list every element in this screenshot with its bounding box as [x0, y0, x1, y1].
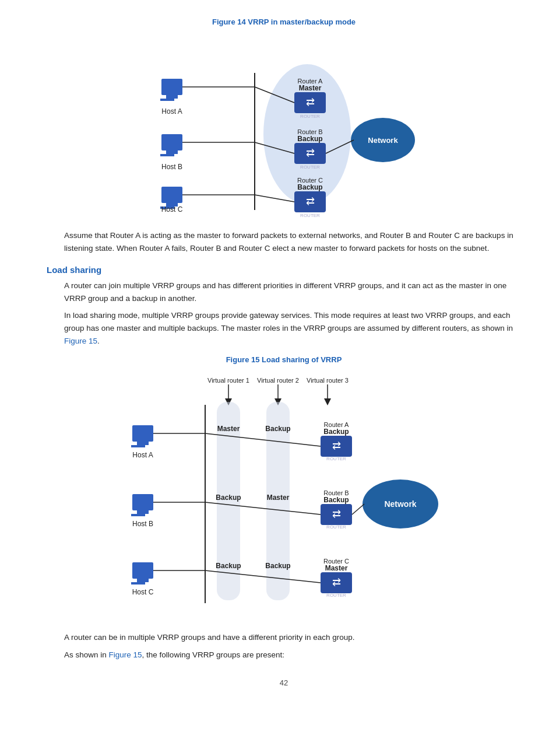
load-sharing-para2: In load sharing mode, multiple VRRP grou… [64, 309, 521, 347]
svg-text:Host A: Host A [161, 107, 182, 116]
svg-rect-77 [137, 579, 149, 582]
svg-text:Backup: Backup [297, 135, 322, 143]
svg-rect-78 [131, 582, 145, 584]
svg-rect-8 [166, 150, 178, 154]
body-text-3: As shown in Figure 15, the following VRR… [64, 649, 521, 662]
svg-rect-9 [160, 154, 174, 156]
figure14-title: Figure 14 VRRP in master/backup mode [47, 18, 521, 26]
svg-rect-49 [132, 425, 153, 442]
page-number: 42 [47, 678, 521, 687]
svg-text:Backup: Backup [216, 562, 241, 570]
svg-text:Host B: Host B [161, 163, 182, 171]
svg-text:Host C: Host C [161, 205, 183, 214]
svg-rect-50 [137, 442, 149, 445]
svg-rect-63 [137, 510, 149, 514]
svg-text:Host C: Host C [132, 588, 154, 596]
svg-text:Virtual router 1: Virtual router 1 [207, 377, 249, 384]
body-text-2: A router can be in multiple VRRP groups … [64, 631, 521, 644]
svg-text:Backup: Backup [265, 562, 290, 570]
svg-rect-3 [161, 79, 182, 95]
svg-text:Master: Master [299, 84, 322, 92]
svg-rect-51 [131, 445, 145, 447]
svg-text:⇄: ⇄ [332, 508, 341, 520]
svg-text:Host A: Host A [132, 451, 153, 459]
svg-text:⇄: ⇄ [332, 576, 341, 588]
svg-rect-5 [160, 99, 174, 101]
svg-rect-64 [131, 514, 145, 516]
svg-text:⇄: ⇄ [306, 147, 315, 159]
svg-rect-76 [132, 562, 153, 579]
svg-rect-4 [166, 95, 178, 99]
svg-text:Master: Master [325, 564, 348, 572]
figure15-diagram: Virtual router 1 Virtual router 2 Virtua… [47, 370, 521, 621]
svg-rect-62 [132, 494, 153, 510]
svg-line-75 [352, 504, 364, 514]
svg-text:Backup: Backup [297, 183, 322, 191]
svg-text:⇄: ⇄ [332, 440, 341, 452]
svg-text:Network: Network [384, 499, 416, 509]
figure15-title: Figure 15 Load sharing of VRRP [47, 355, 521, 364]
svg-text:Backup: Backup [265, 425, 290, 433]
figure15-link2[interactable]: Figure 15 [109, 650, 142, 659]
svg-text:Master: Master [217, 425, 240, 433]
svg-text:ROUTER: ROUTER [326, 593, 346, 598]
figure14-diagram: Network Host A Host B Host C Router A Ma… [47, 32, 521, 219]
svg-text:Virtual router 2: Virtual router 2 [257, 377, 299, 384]
svg-text:Host B: Host B [132, 520, 153, 528]
svg-rect-7 [161, 134, 182, 150]
svg-text:Backup: Backup [216, 494, 241, 502]
svg-rect-11 [161, 187, 182, 203]
svg-text:ROUTER: ROUTER [326, 456, 346, 461]
svg-text:ROUTER: ROUTER [326, 524, 346, 530]
load-sharing-heading: Load sharing [47, 265, 521, 275]
svg-text:ROUTER: ROUTER [300, 114, 320, 119]
svg-text:⇄: ⇄ [306, 195, 315, 207]
svg-text:Backup: Backup [323, 496, 349, 504]
svg-text:Network: Network [368, 136, 398, 145]
svg-text:Virtual router 3: Virtual router 3 [307, 377, 349, 384]
figure15-link1[interactable]: Figure 15 [64, 337, 97, 345]
svg-text:⇄: ⇄ [306, 96, 315, 108]
svg-text:ROUTER: ROUTER [300, 213, 320, 218]
svg-text:Backup: Backup [323, 428, 349, 436]
svg-text:Master: Master [267, 494, 290, 502]
load-sharing-para1: A router can join multiple VRRP groups a… [64, 279, 521, 304]
svg-text:ROUTER: ROUTER [300, 164, 320, 170]
body-text-1: Assume that Router A is acting as the ma… [64, 229, 521, 254]
